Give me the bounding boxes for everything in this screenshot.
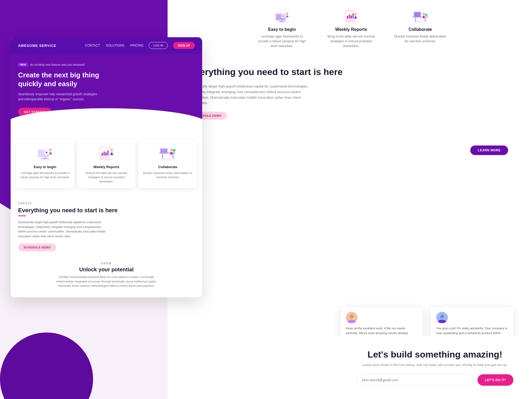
badge-new-label: NEW (18, 63, 28, 66)
svg-rect-11 (347, 16, 348, 19)
svg-point-7 (286, 13, 288, 15)
cta-form: LET'S DO IT! (356, 374, 513, 386)
svg-rect-22 (417, 17, 418, 18)
schedule-button[interactable]: SCHEDULE DEMO (18, 243, 56, 251)
svg-rect-14 (352, 13, 354, 19)
right-learn-button[interactable]: LEARN MORE (470, 146, 508, 155)
svg-point-27 (350, 315, 354, 318)
signup-button[interactable]: SIGN UP (173, 42, 195, 49)
svg-rect-42 (103, 151, 105, 156)
right-section-title: Everything you need to start is here (189, 67, 348, 77)
svg-point-55 (172, 149, 176, 152)
feature-card-1: Easy to begin Leverage agile frameworks … (16, 140, 74, 188)
svg-point-45 (110, 149, 113, 152)
feature-icon-1 (34, 144, 56, 162)
top-feature-icon-1 (273, 8, 291, 24)
svg-point-29 (440, 315, 444, 318)
svg-rect-13 (351, 15, 352, 19)
top-feature-icon-3 (411, 8, 430, 24)
right-unlock-desc: Credibly reintermediate backend ideas fo… (370, 124, 508, 140)
cta-desc: Leave your email in the box below, and o… (356, 363, 513, 367)
hero-section: NEW An exciting new feature was just rel… (11, 54, 202, 132)
email-input[interactable] (356, 374, 474, 386)
svg-point-37 (49, 148, 52, 151)
grow-desc: Credibly reintermediate backend ideas fo… (53, 275, 160, 288)
svg-rect-35 (43, 158, 47, 159)
feature-title-3: Collaborate (142, 165, 193, 169)
svg-point-15 (355, 13, 357, 15)
svg-rect-18 (415, 18, 416, 22)
right-section-desc: Dynamically target high-payoff intellect… (189, 84, 311, 106)
svg-rect-48 (162, 154, 163, 159)
svg-rect-36 (41, 159, 49, 159)
right-section-label: CREATE (189, 62, 513, 65)
top-features-row: Easy to begin Leverage agile frameworks … (168, 0, 532, 56)
cta-title: Let's build something amazing! (356, 349, 513, 360)
login-button[interactable]: LOG IN (149, 42, 168, 49)
top-feature-3: Collaborate Quickly maximize timely deli… (394, 8, 447, 48)
feature-card-2: Weekly Reports Bring to the table win-wi… (77, 140, 136, 188)
testimonial-header-2 (436, 312, 508, 323)
grow-section: GROW Unlock your potential Credibly rein… (11, 257, 202, 297)
right-unlock-section: GROW Unlock your potential Credibly rein… (370, 104, 508, 155)
top-feature-icon-2 (342, 8, 360, 24)
top-feature-desc-3: Quickly maximize timely deliverables for… (394, 34, 447, 44)
navbar: AWESOME SERVICE CONTACT SOLUTIONS PRICIN… (11, 37, 202, 54)
svg-rect-21 (414, 12, 421, 16)
front-card: AWESOME SERVICE CONTACT SOLUTIONS PRICIN… (11, 37, 202, 297)
svg-rect-5 (280, 21, 284, 22)
grow-title: Unlock your potential (18, 267, 195, 273)
svg-rect-12 (349, 14, 350, 19)
nav-solutions[interactable]: SOLUTIONS (106, 44, 124, 47)
create-label: CREATE (18, 202, 195, 205)
navbar-brand: AWESOME SERVICE (18, 44, 80, 48)
feature-desc-2: Bring to the table win-win survival stra… (81, 171, 132, 184)
feature-title-1: Easy to begin (20, 165, 70, 169)
testimonial-header-1 (346, 312, 418, 323)
svg-rect-44 (107, 150, 109, 156)
top-feature-desc-1: Leverage agile frameworks to provide a r… (255, 34, 309, 48)
svg-point-25 (425, 14, 428, 16)
page-wrapper: Easy to begin Leverage agile frameworks … (0, 0, 532, 399)
top-feature-desc-2: Bring to the table win-win survival stra… (325, 34, 378, 48)
testimonial-text-1: Keep up the excellent work. It fits our … (346, 326, 418, 336)
create-underline (18, 215, 26, 216)
top-feature-title-1: Easy to begin (255, 27, 309, 32)
svg-rect-52 (164, 153, 165, 154)
create-title: Everything you need to start is here (18, 207, 195, 214)
svg-rect-6 (279, 22, 285, 22)
nav-links: CONTACT SOLUTIONS PRICING (85, 44, 143, 47)
create-desc: Dynamically target high-payoff intellect… (18, 220, 109, 239)
badge-description: An exciting new feature was just release… (30, 63, 85, 66)
top-feature-2: Weekly Reports Bring to the table win-wi… (325, 8, 378, 48)
hero-description: Seamlessly empower fully researched grow… (18, 92, 98, 102)
top-feature-title-3: Collaborate (394, 27, 447, 32)
right-grow-label: GROW (370, 104, 508, 107)
feature-card-3: Collaborate Quickly maximize timely deli… (139, 140, 197, 188)
create-section: CREATE Everything you need to start is h… (11, 194, 202, 257)
testimonial-text-2: You guys rock! It's really wonderful. Yo… (436, 326, 508, 336)
new-badge: NEW An exciting new feature was just rel… (18, 63, 85, 66)
cta-section: Let's build something amazing! Leave you… (335, 336, 532, 399)
back-card: Easy to begin Leverage agile frameworks … (168, 0, 532, 399)
right-unlock-title: Unlock your potential (370, 109, 508, 119)
feature-cards: Easy to begin Leverage agile frameworks … (11, 132, 202, 194)
feature-icon-3 (157, 144, 178, 162)
svg-rect-51 (161, 149, 167, 152)
hero-title: Create the next big thing quickly and ea… (18, 71, 109, 88)
top-feature-title-2: Weekly Reports (325, 27, 378, 32)
feature-desc-3: Quickly maximize timely deliverables for… (142, 171, 193, 180)
nav-pricing[interactable]: PRICING (130, 44, 143, 47)
nav-contact[interactable]: CONTACT (85, 44, 100, 47)
feature-desc-1: Leverage agile frameworks to provide a r… (20, 171, 70, 180)
top-feature-1: Easy to begin Leverage agile frameworks … (255, 8, 309, 48)
lets-do-button[interactable]: LET'S DO IT! (477, 374, 514, 386)
feature-title-2: Weekly Reports (81, 165, 132, 169)
svg-point-46 (161, 158, 175, 161)
svg-point-23 (423, 13, 425, 15)
svg-rect-43 (105, 152, 107, 156)
feature-icon-2 (96, 144, 117, 162)
grow-label: GROW (18, 262, 195, 265)
svg-rect-19 (425, 18, 426, 22)
svg-point-53 (170, 148, 173, 151)
